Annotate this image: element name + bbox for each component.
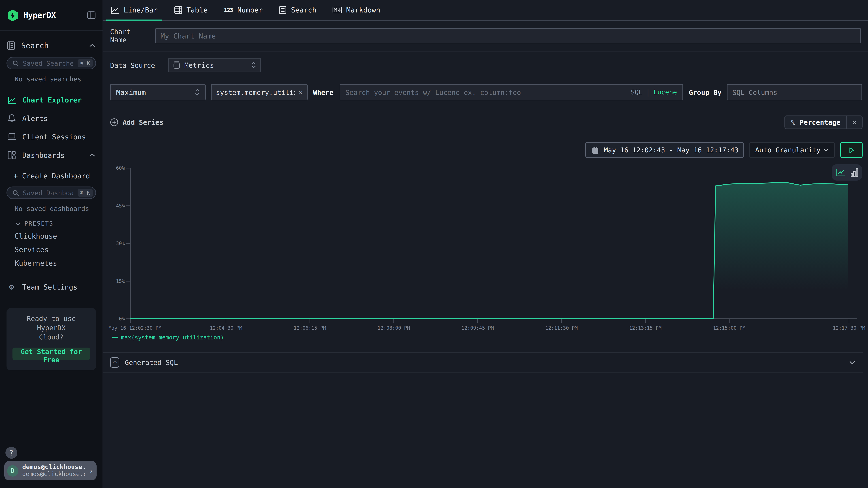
series-row: Maximum system.memory.utiliza ✕ Where SQ… bbox=[110, 84, 862, 100]
data-source-label: Data Source bbox=[110, 61, 155, 69]
tab-search[interactable]: Search bbox=[278, 0, 317, 20]
presets-toggle[interactable]: PRESETS bbox=[0, 213, 102, 227]
cloud-promo-card: Ready to use HyperDX Cloud? Get Started … bbox=[6, 308, 96, 370]
main-content: Line/BarTable123NumberSearchMarkdown Cha… bbox=[103, 0, 868, 488]
add-series-button[interactable]: Add Series bbox=[110, 118, 163, 126]
saved-searches-shortcut: ⌘ K bbox=[78, 59, 93, 67]
mode-separator: | bbox=[646, 88, 650, 96]
laptop-icon bbox=[7, 133, 16, 140]
legend-item[interactable]: max(system.memory.utilization) bbox=[112, 334, 224, 340]
where-search-input[interactable] bbox=[345, 88, 628, 96]
group-by-input[interactable] bbox=[727, 84, 862, 100]
chart-name-row: Chart Name bbox=[110, 28, 861, 43]
preset-item-clickhouse[interactable]: Clickhouse bbox=[0, 229, 102, 243]
collapse-sidebar-icon[interactable] bbox=[87, 11, 95, 19]
plus-circle-icon bbox=[110, 118, 118, 126]
sidebar-item-label: Client Sessions bbox=[22, 133, 86, 141]
aggregation-select[interactable]: Maximum bbox=[110, 84, 206, 100]
chevron-down-icon bbox=[849, 360, 856, 365]
chart-name-input[interactable] bbox=[155, 28, 861, 43]
sidebar-item-client-sessions[interactable]: Client Sessions bbox=[0, 127, 102, 146]
number-123-icon: 123 bbox=[224, 7, 233, 13]
sidebar-item-search[interactable]: Search bbox=[0, 35, 102, 56]
preset-item-services[interactable]: Services bbox=[0, 243, 102, 257]
remove-percentage-button[interactable]: ✕ bbox=[846, 116, 862, 129]
aggregation-value: Maximum bbox=[116, 88, 146, 96]
svg-text:12:09:45 PM: 12:09:45 PM bbox=[462, 325, 494, 331]
where-input-wrap: SQL | Lucene bbox=[339, 84, 683, 100]
bar-chart-icon[interactable] bbox=[850, 168, 858, 177]
preset-list: ClickhouseServicesKubernetes bbox=[0, 227, 102, 270]
saved-searches-search[interactable]: ⌘ K bbox=[6, 57, 96, 69]
user-info: demos@clickhouse.com demos@clickhouse.co… bbox=[22, 463, 85, 478]
percent-icon: % bbox=[791, 118, 795, 126]
metric-field-value: system.memory.utiliza bbox=[216, 88, 295, 96]
metric-field-tag[interactable]: system.memory.utiliza ✕ bbox=[211, 84, 308, 100]
tab-label: Search bbox=[291, 6, 316, 14]
timeseries-chart[interactable]: 0%15%30%45%60%May 16 12:02:30 PM12:04:30… bbox=[103, 163, 868, 341]
chevron-down-icon bbox=[823, 148, 829, 152]
sidebar-item-team-settings[interactable]: ⚙ Team Settings bbox=[0, 278, 102, 296]
get-started-button[interactable]: Get Started for Free bbox=[12, 347, 90, 360]
avatar: D bbox=[7, 465, 19, 477]
chart-toolbar-row: May 16 12:02:43 - May 16 12:17:43 Auto G… bbox=[103, 142, 863, 158]
sidebar-item-dashboards[interactable]: Dashboards bbox=[0, 146, 102, 164]
svg-text:May 16 12:02:30 PM: May 16 12:02:30 PM bbox=[108, 325, 161, 331]
percentage-label: Percentage bbox=[800, 118, 840, 126]
user-subtext: demos@clickhouse.com's bbox=[22, 471, 85, 478]
generated-sql-row[interactable]: <> Generated SQL bbox=[103, 352, 863, 372]
user-menu[interactable]: D demos@clickhouse.com demos@clickhouse.… bbox=[4, 461, 97, 480]
data-source-select[interactable]: Metrics bbox=[168, 58, 261, 72]
create-dashboard-button[interactable]: + Create Dashboard bbox=[0, 164, 102, 180]
tab-table[interactable]: Table bbox=[173, 0, 209, 20]
presets-label: PRESETS bbox=[24, 220, 53, 227]
tab-markdown[interactable]: Markdown bbox=[332, 0, 381, 20]
line-chart-icon[interactable] bbox=[836, 168, 845, 177]
data-source-value: Metrics bbox=[184, 61, 214, 69]
help-button[interactable]: ? bbox=[5, 447, 18, 459]
logo-row: HyperDX bbox=[0, 0, 102, 31]
generated-sql-label: Generated SQL bbox=[125, 358, 178, 366]
close-icon: ✕ bbox=[852, 119, 857, 126]
data-source-row: Data Source Metrics bbox=[110, 58, 261, 72]
select-updown-icon bbox=[251, 61, 256, 69]
lucene-mode-toggle[interactable]: Lucene bbox=[653, 88, 677, 96]
chevron-up-icon[interactable] bbox=[89, 43, 95, 48]
search-icon bbox=[12, 190, 19, 196]
run-query-button[interactable] bbox=[840, 142, 863, 158]
cloud-promo-text: Ready to use HyperDX Cloud? bbox=[12, 315, 90, 342]
sidebar-search-label: Search bbox=[21, 41, 49, 50]
calendar-icon bbox=[592, 146, 599, 154]
user-email: demos@clickhouse.com bbox=[22, 463, 85, 471]
preset-item-kubernetes[interactable]: Kubernetes bbox=[0, 257, 102, 270]
sidebar-item-label: Alerts bbox=[22, 114, 48, 122]
saved-dashboards-input[interactable] bbox=[23, 189, 74, 197]
database-icon bbox=[173, 61, 180, 69]
svg-text:12:08:00 PM: 12:08:00 PM bbox=[378, 325, 410, 331]
sidebar: HyperDX Search bbox=[0, 0, 103, 488]
granularity-select[interactable]: Auto Granularity bbox=[749, 142, 835, 158]
chevron-right-icon: › bbox=[89, 467, 93, 475]
saved-searches-input[interactable] bbox=[23, 60, 74, 67]
svg-text:12:15:00 PM: 12:15:00 PM bbox=[713, 325, 745, 331]
section-divider bbox=[103, 52, 868, 52]
date-range-value: May 16 12:02:43 - May 16 12:17:43 bbox=[604, 146, 739, 154]
sidebar-item-alerts[interactable]: Alerts bbox=[0, 109, 102, 127]
table-icon bbox=[174, 6, 182, 14]
tab-number[interactable]: 123Number bbox=[223, 0, 264, 20]
tab-line-bar[interactable]: Line/Bar bbox=[110, 0, 159, 20]
no-saved-searches-text: No saved searches bbox=[0, 69, 102, 83]
where-label: Where bbox=[313, 88, 334, 96]
sql-mode-toggle[interactable]: SQL bbox=[631, 88, 643, 96]
chart-style-toggle bbox=[832, 164, 862, 181]
saved-dashboards-search[interactable]: ⌘ K bbox=[6, 187, 96, 199]
sidebar-item-chart-explorer[interactable]: Chart Explorer bbox=[0, 91, 102, 109]
percentage-button[interactable]: % Percentage bbox=[785, 116, 846, 129]
date-range-picker[interactable]: May 16 12:02:43 - May 16 12:17:43 bbox=[585, 142, 744, 158]
bell-icon bbox=[7, 114, 16, 123]
team-settings-label: Team Settings bbox=[22, 283, 78, 291]
no-saved-dashboards-text: No saved dashboards bbox=[0, 199, 102, 213]
remove-metric-icon[interactable]: ✕ bbox=[299, 89, 303, 96]
search-panel-icon bbox=[7, 41, 15, 50]
code-icon: <> bbox=[110, 357, 119, 368]
